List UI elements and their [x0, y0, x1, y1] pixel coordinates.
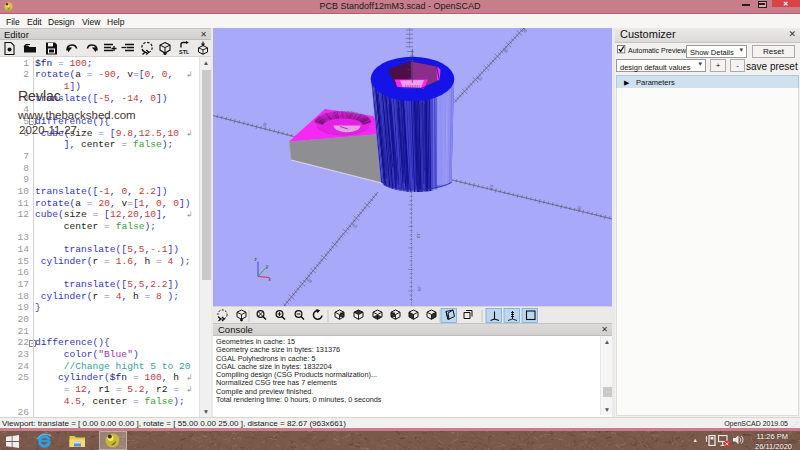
svg-text:20: 20	[576, 205, 583, 212]
svg-text:y: y	[266, 264, 269, 269]
svg-text:-20: -20	[261, 121, 268, 129]
svg-text:20: 20	[502, 47, 509, 54]
svg-text:10: 10	[488, 183, 495, 190]
svg-text:z: z	[255, 257, 258, 262]
svg-text:-20: -20	[305, 276, 313, 284]
svg-text:-10: -10	[350, 222, 358, 230]
svg-text:-10: -10	[416, 232, 421, 239]
svg-text:STL: STL	[179, 49, 190, 55]
svg-text:x: x	[269, 277, 272, 282]
svg-text:10: 10	[476, 75, 483, 82]
svg-text:30: 30	[521, 28, 528, 34]
svg-text:-20: -20	[417, 285, 422, 292]
